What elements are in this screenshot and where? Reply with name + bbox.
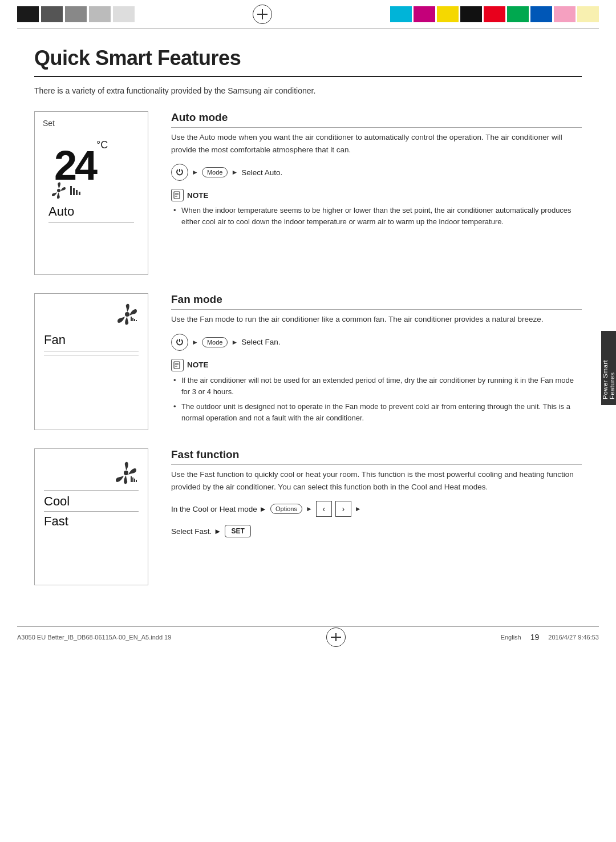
select-auto-text: Select Auto.: [241, 168, 282, 177]
power-button-auto[interactable]: [171, 164, 188, 181]
fan-note-header: NOTE: [171, 359, 582, 371]
print-mark-gray1: [41, 6, 63, 22]
svg-rect-21: [134, 479, 135, 482]
crosshair-footer: [329, 630, 343, 644]
color-mark-lightyellow: [577, 6, 599, 22]
auto-section-content: Auto mode Use the Auto mode when you wan…: [171, 111, 582, 231]
fast-section-content: Fast function Use the Fast function to q…: [171, 448, 582, 537]
color-mark-black: [460, 6, 482, 22]
auto-device-box: Set 24 °C: [34, 111, 148, 275]
color-mark-magenta: [414, 6, 435, 22]
crosshair-top-center: [253, 5, 271, 23]
print-mark-gray4: [113, 6, 135, 22]
footer-page-label: English: [501, 634, 521, 641]
document-icon-fan: [173, 361, 181, 369]
svg-point-9: [125, 312, 129, 317]
auto-instruction-row: ► Mode ► Select Auto.: [171, 164, 582, 181]
fan-mode-label: Fan: [44, 333, 139, 351]
document-icon: [173, 191, 181, 199]
arrow-after-options: ►: [306, 505, 313, 513]
fan-note-list: If the air conditioner will not be used …: [171, 375, 582, 424]
intro-text: There is a variety of extra functionalit…: [34, 86, 582, 95]
note-label-auto: NOTE: [187, 191, 209, 200]
color-mark-pink: [554, 6, 576, 22]
fast-section-desc: Use the Fast function to quickly cool or…: [171, 468, 582, 493]
auto-set-label: Set: [43, 119, 55, 128]
fast-section-title: Fast function: [171, 448, 582, 465]
fan-note-box: NOTE If the air conditioner will not be …: [171, 359, 582, 424]
color-mark-green: [507, 6, 529, 22]
degree-symbol: °C: [96, 139, 108, 151]
fast-instruction-row-2: Select Fast. ► SET: [171, 525, 582, 537]
fan-note-item-2: The outdoor unit is designed not to oper…: [171, 401, 582, 424]
select-fast-text: Select Fast. ►: [171, 527, 221, 536]
print-mark-gray3: [89, 6, 111, 22]
auto-icons-row: [50, 181, 84, 200]
select-fan-text: Select Fan.: [241, 338, 280, 346]
power-icon-fan: [176, 338, 184, 346]
fast-separator-line: [44, 511, 139, 512]
page-title: Quick Smart Features: [34, 46, 582, 70]
auto-temp: 24: [54, 145, 95, 186]
title-rule: [34, 76, 582, 77]
svg-rect-2: [73, 188, 75, 195]
fast-label: Fast: [44, 514, 68, 529]
power-button-fan[interactable]: [171, 334, 188, 351]
cool-icon-area: [44, 460, 139, 485]
arrow-1-fan: ►: [192, 338, 198, 346]
power-icon: [176, 168, 184, 176]
print-marks-left: [17, 6, 135, 22]
bars-icon: [70, 184, 84, 197]
print-marks-top: [0, 0, 616, 29]
svg-rect-1: [70, 186, 72, 195]
color-mark-yellow: [437, 6, 459, 22]
svg-rect-20: [132, 477, 133, 482]
page-number: 19: [530, 633, 540, 642]
auto-note-list: When the indoor temperature seems to be …: [171, 205, 582, 228]
fan-instruction-row: ► Mode ► Select Fan.: [171, 334, 582, 351]
svg-rect-11: [132, 318, 133, 321]
note-label-fan: NOTE: [187, 361, 209, 369]
svg-point-0: [57, 189, 60, 192]
svg-rect-12: [134, 319, 135, 321]
auto-note-header: NOTE: [171, 189, 582, 201]
color-mark-cyan: [390, 6, 412, 22]
fan-icon-area: [44, 303, 139, 326]
note-icon-auto: [171, 189, 184, 201]
right-arrow-button[interactable]: ›: [335, 501, 351, 517]
options-button[interactable]: Options: [270, 504, 302, 514]
fan-device-icon: [116, 303, 139, 326]
cool-fan-icon: [114, 460, 139, 485]
arrow-2-fan: ►: [231, 338, 238, 346]
print-mark-black: [17, 6, 39, 22]
cool-label: Cool: [44, 494, 70, 509]
print-mark-gray2: [65, 6, 87, 22]
print-marks-bottom: [0, 647, 616, 652]
fan-section-title: Fan mode: [171, 293, 582, 310]
side-tab: Power Smart Features: [601, 331, 616, 405]
fan-section-content: Fan mode Use the Fan mode to run the air…: [171, 293, 582, 427]
set-button[interactable]: SET: [225, 525, 250, 537]
auto-note-box: NOTE When the indoor temperature seems t…: [171, 189, 582, 228]
mode-button-fan[interactable]: Mode: [202, 337, 228, 347]
fan-label-row: Fan: [44, 333, 139, 355]
cool-separator-line: [44, 490, 139, 491]
arrow-1-auto: ►: [192, 168, 198, 176]
color-mark-blue: [530, 6, 552, 22]
arrow-end-row1: ►: [355, 505, 362, 513]
svg-rect-10: [131, 317, 132, 321]
mode-button-auto[interactable]: Mode: [202, 167, 228, 177]
fan-icon: [50, 181, 68, 200]
left-arrow-button[interactable]: ‹: [316, 501, 332, 517]
svg-rect-19: [131, 476, 132, 482]
auto-section-title: Auto mode: [171, 111, 582, 128]
auto-section-desc: Use the Auto mode when you want the air …: [171, 131, 582, 156]
fast-function-section: Cool Fast Fast function Use the Fast fun…: [34, 448, 582, 585]
auto-mode-label: Auto: [48, 204, 134, 223]
auto-mode-section: Set 24 °C: [34, 111, 582, 275]
fan-mode-section: Fan Fan mode Use the Fan mode to run the…: [34, 293, 582, 430]
fan-note-item-1: If the air conditioner will not be used …: [171, 375, 582, 398]
color-mark-red: [484, 6, 505, 22]
footer-right: English 19 2016/4/27 9:46:53: [501, 633, 599, 642]
footer-file-info: A3050 EU Better_IB_DB68-06115A-00_EN_A5.…: [17, 634, 171, 641]
